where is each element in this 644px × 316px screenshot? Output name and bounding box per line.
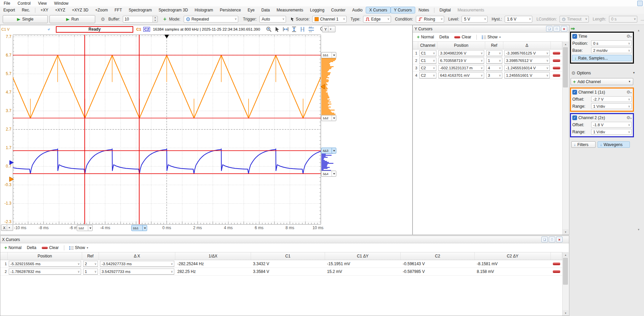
y-cursor-flag-4[interactable]: 3Δ4 bbox=[321, 171, 336, 177]
toolbar-more-button[interactable]: ... bbox=[641, 17, 644, 22]
x-row-clear-button[interactable] bbox=[551, 270, 562, 273]
trigger-source-select[interactable]: Channel 1∨ bbox=[312, 16, 346, 23]
tab-digital[interactable]: Digital bbox=[436, 7, 454, 13]
x-row-2-ref-select[interactable]: 1∨ bbox=[83, 269, 98, 275]
tab-eye[interactable]: Eye bbox=[245, 7, 258, 13]
annotate-arrow-icon[interactable]: ➢ bbox=[46, 26, 52, 32]
channel2-checkbox[interactable]: ✓ bbox=[572, 115, 577, 120]
y-cursors-icon[interactable]: 1 23 4 bbox=[308, 26, 315, 32]
tab-notes[interactable]: Notes bbox=[416, 7, 432, 13]
scope-plot[interactable]: 7.76.75.74.73.72.71.70.7-0.3-1.3-2.3-10 … bbox=[0, 33, 412, 235]
tab-persistence[interactable]: Persistence bbox=[217, 7, 244, 13]
x-axis-menu-button[interactable]: X▼ bbox=[1, 224, 13, 231]
y-cursor-flag-3[interactable]: 4Δ3 bbox=[321, 148, 336, 153]
menu-item-view[interactable]: View bbox=[34, 1, 50, 6]
maximize-icon[interactable]: □ bbox=[549, 237, 555, 242]
options-row[interactable]: ⚙ Options ▼ bbox=[570, 69, 637, 76]
trigger-type-select[interactable]: Edge∨ bbox=[363, 16, 391, 23]
rate-samples-button[interactable]: ↓Rate, Samples... bbox=[572, 55, 632, 61]
tab-data[interactable]: Data bbox=[258, 7, 273, 13]
y-row-4-position-select[interactable]: 643.4163701 mV∨ bbox=[438, 72, 484, 78]
add-acquisition-icon[interactable]: + bbox=[163, 16, 166, 22]
tab--xyz-3d[interactable]: +XYZ 3D bbox=[69, 7, 92, 13]
y-row-clear-button[interactable] bbox=[551, 52, 562, 55]
x-clear-button[interactable]: Clear bbox=[40, 245, 61, 251]
y-cursors-titlebar[interactable]: Y Cursors ❏ □ × bbox=[413, 25, 569, 33]
y-row-clear-button[interactable] bbox=[551, 74, 562, 77]
tab-rec-[interactable]: Rec. bbox=[19, 7, 33, 13]
tab-measurements[interactable]: Measurements bbox=[455, 7, 487, 13]
y-row-1-delta-select[interactable]: -3.3985765125 V∨ bbox=[504, 50, 550, 56]
tab-logging[interactable]: Logging bbox=[307, 7, 327, 13]
y-row-4-ref-select[interactable]: 3∨ bbox=[486, 72, 502, 78]
trigger-level-select[interactable]: 5 V∨ bbox=[462, 16, 488, 23]
x-cursor-flag-1[interactable]: 1Δ2 bbox=[77, 225, 93, 231]
x-cursors-icon[interactable] bbox=[299, 26, 306, 32]
undock-icon[interactable]: ❏ bbox=[541, 237, 548, 242]
spinner-arrows-icon[interactable]: ▲▼ bbox=[152, 16, 157, 22]
buffer-spinner[interactable]: 10 ▲▼ bbox=[123, 16, 158, 23]
y-cursor-flag-2[interactable]: 1Δ2 bbox=[321, 115, 336, 121]
x-show-menu[interactable]: Show▼ bbox=[67, 245, 91, 251]
menu-item-window[interactable]: Window bbox=[50, 1, 72, 6]
hysteresis-select[interactable]: 1.6 V∨ bbox=[505, 16, 533, 23]
tab--xyz[interactable]: +XYZ bbox=[52, 7, 68, 13]
menu-item-control[interactable]: Control bbox=[14, 1, 34, 6]
scroll-up-icon[interactable]: ▲ bbox=[563, 252, 569, 257]
channel1-checkbox[interactable]: ✓ bbox=[572, 90, 577, 95]
x-table-scrollbar[interactable]: ▲ ▼ bbox=[562, 252, 569, 316]
y-row-3-ref-select[interactable]: 4∨ bbox=[486, 65, 502, 71]
x-cursors-titlebar[interactable]: X Cursors ❏ □ × bbox=[0, 236, 569, 243]
channel2-range-select[interactable]: 1 V/div∨ bbox=[591, 129, 632, 135]
tab-fft[interactable]: FFT bbox=[111, 7, 125, 13]
y-table-scrollbar[interactable]: ▲ ▼ bbox=[562, 41, 569, 235]
channel2-offset-select[interactable]: -1.8 V∨ bbox=[591, 122, 632, 128]
tab-spectrogram-3d[interactable]: Spectrogram 3D bbox=[155, 7, 191, 13]
scroll-up-icon[interactable]: ▲ bbox=[563, 41, 569, 47]
y-row-2-ref-select[interactable]: 1∨ bbox=[486, 58, 502, 64]
channel1-range-select[interactable]: 1 V/div∨ bbox=[591, 103, 632, 109]
x-row-1-dx-select[interactable]: -3.542927733 ms∨ bbox=[100, 261, 174, 267]
x-row-2-position-select[interactable]: -1.786287832 ms∨ bbox=[9, 269, 81, 275]
tab-y-cursors[interactable]: Y Cursors bbox=[391, 7, 415, 13]
undock-icon[interactable]: ❏ bbox=[546, 26, 552, 32]
trigger-mode-select[interactable]: Auto∨ bbox=[259, 16, 286, 23]
scroll-down-icon[interactable]: ▼ bbox=[563, 310, 569, 316]
y-cursor-flag-1[interactable]: 2Δ1 bbox=[321, 52, 336, 58]
y-row-3-delta-select[interactable]: -1.2455516014 V∨ bbox=[504, 65, 550, 71]
zoom-in-icon[interactable] bbox=[266, 26, 272, 32]
y-axis-menu-button[interactable]: Y▼ bbox=[322, 26, 335, 32]
x-delta-button[interactable]: Delta bbox=[25, 245, 38, 251]
channel2-gear-icon[interactable]: ⚙▾ bbox=[627, 115, 632, 120]
sidebar-scroll-down-icon[interactable]: ▼ bbox=[637, 228, 640, 231]
run-button[interactable]: ▶Run bbox=[49, 15, 95, 23]
time-base-select[interactable]: 2 ms/div∨ bbox=[591, 47, 632, 53]
wavegens-button[interactable]: ↓Wavegens bbox=[598, 141, 630, 148]
mode-select[interactable]: Repeated∨ bbox=[184, 16, 238, 23]
c1-badge[interactable]: C1 bbox=[136, 27, 141, 31]
y-row-3-position-select[interactable]: -602.135231317 m∨ bbox=[438, 65, 484, 71]
x-row-2-dx-select[interactable]: 3.542927733 ms∨ bbox=[100, 269, 174, 275]
menu-item-file[interactable]: File bbox=[0, 1, 14, 6]
y-delta-button[interactable]: Delta bbox=[437, 34, 451, 40]
single-button[interactable]: ▶Single bbox=[3, 15, 48, 23]
tab-export[interactable]: Export bbox=[0, 7, 18, 13]
y-row-2-position-select[interactable]: 6.703558719 V∨ bbox=[438, 58, 484, 64]
x-row-1-ref-select[interactable]: 2∨ bbox=[83, 261, 98, 267]
trigger-condition-select[interactable]: Rising∨ bbox=[416, 16, 444, 23]
tab-spectrogram[interactable]: Spectrogram bbox=[126, 7, 155, 13]
y-row-clear-button[interactable] bbox=[551, 67, 562, 69]
x-row-1-position-select[interactable]: -5.329215565 ms∨ bbox=[9, 261, 81, 267]
x-row-clear-button[interactable] bbox=[551, 262, 562, 265]
channel1-offset-select[interactable]: -2.7 V∨ bbox=[591, 96, 632, 102]
x-cursor-flag-2[interactable]: 2Δ1 bbox=[132, 225, 147, 231]
window-icon[interactable] bbox=[637, 1, 643, 6]
pointer-icon[interactable] bbox=[274, 26, 280, 32]
tab-counter[interactable]: Counter bbox=[328, 7, 349, 13]
y-row-2-delta-select[interactable]: 3.398576512 V∨ bbox=[504, 58, 550, 64]
time-position-select[interactable]: 0 s∨ bbox=[591, 40, 632, 46]
close-icon[interactable]: × bbox=[561, 26, 567, 32]
y-row-4-delta-select[interactable]: 1.245551601 V∨ bbox=[504, 72, 550, 78]
filters-button[interactable]: ↓Filters bbox=[571, 141, 596, 148]
sidebar-scroll-up-icon[interactable]: ▲ bbox=[637, 29, 640, 32]
